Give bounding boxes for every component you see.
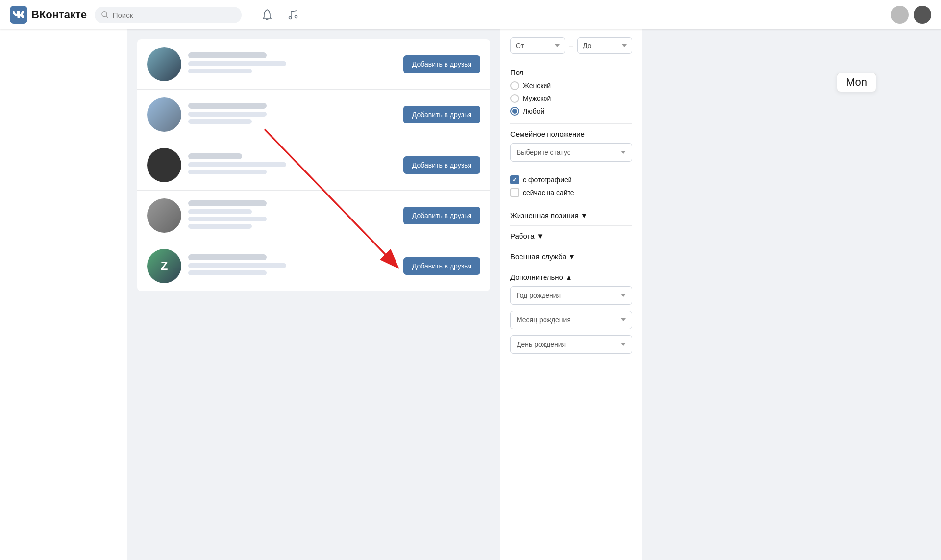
content-area: Добавить в друзья Добавить в друзья [127,29,500,560]
search-icon [101,11,109,19]
person-detail-blur [188,162,286,167]
additional-section[interactable]: Дополнительно ▲ [510,273,632,281]
app-header: ВКонтакте [0,0,941,29]
person-detail-blur-2 [188,270,267,275]
online-label: сейчас на сайте [523,189,574,196]
music-icon[interactable] [285,7,300,23]
with-photo-option[interactable]: с фотографией [510,175,632,184]
age-dash: – [569,41,573,50]
life-position-section[interactable]: Жизненная позиция ▼ [510,211,632,219]
header-right [891,6,931,24]
mon-badge: Mon [837,73,876,92]
user-avatar-main[interactable] [914,6,931,24]
gender-male-option[interactable]: Мужской [510,94,632,103]
family-status-title: Семейное положение [510,130,632,138]
gender-any-label: Любой [523,107,544,115]
separator [510,62,632,62]
person-detail-blur-2 [188,119,252,124]
person-info [188,200,396,231]
online-option[interactable]: сейчас на сайте [510,188,632,197]
family-status-section: Семейное положение Выберите статус [510,130,632,168]
additional-label: Дополнительно [510,273,563,281]
svg-line-1 [106,16,108,18]
search-input[interactable] [113,11,235,19]
add-friend-button[interactable]: Добавить в друзья [403,257,480,275]
person-avatar: Z [147,249,181,283]
separator [510,123,632,124]
chevron-down-icon: ▼ [581,211,588,219]
family-status-select[interactable]: Выберите статус [510,143,632,162]
gender-any-radio[interactable] [510,107,519,116]
vk-logo-icon [10,6,27,24]
person-item: Добавить в друзья [137,39,490,90]
header-icons [259,7,300,23]
person-avatar [147,97,181,132]
add-friend-button[interactable]: Добавить в друзья [403,156,480,174]
life-position-label: Жизненная позиция [510,211,579,219]
person-item: Z Добавить в друзья [137,241,490,291]
gender-filter-section: Пол Женский Мужской Любой [510,68,632,116]
photo-online-section: с фотографией сейчас на сайте [510,175,632,197]
person-info [188,103,396,126]
main-container: Добавить в друзья Добавить в друзья [0,0,941,560]
age-to-select[interactable]: До [577,37,632,54]
chevron-up-icon: ▲ [565,273,572,281]
add-friend-button[interactable]: Добавить в друзья [403,207,480,224]
people-list: Добавить в друзья Добавить в друзья [137,39,490,291]
logo-link[interactable]: ВКонтакте [10,6,87,24]
age-from-select[interactable]: От [510,37,565,54]
user-avatar-small[interactable] [891,6,909,24]
gender-male-radio[interactable] [510,94,519,103]
person-avatar [147,198,181,233]
svg-point-2 [289,17,292,19]
person-info [188,153,396,177]
birth-day-select[interactable]: День рождения [510,335,632,354]
search-bar[interactable] [95,7,242,23]
person-name-blur [188,103,267,109]
person-item: Добавить в друзья [137,191,490,241]
gender-title: Пол [510,68,632,76]
notifications-icon[interactable] [259,7,275,23]
add-friend-button[interactable]: Добавить в друзья [403,55,480,73]
person-detail-blur [188,263,286,268]
work-section[interactable]: Работа ▼ [510,232,632,240]
military-label: Военная служба [510,252,567,261]
online-checkbox[interactable] [510,188,519,197]
logo-text: ВКонтакте [31,8,87,21]
person-name-blur [188,52,267,58]
person-detail-blur-2 [188,170,267,174]
with-photo-checkbox[interactable] [510,175,519,184]
gender-female-label: Женский [523,82,551,90]
person-item: Добавить в друзья [137,140,490,191]
person-name-blur [188,200,267,206]
gender-any-option[interactable]: Любой [510,107,632,116]
birth-year-select[interactable]: Год рождения [510,286,632,305]
person-name-blur [188,153,242,159]
right-sidebar: От – До Пол Женский Мужской Любой [500,29,642,560]
gender-female-radio[interactable] [510,81,519,90]
person-detail-blur-2 [188,217,267,221]
person-detail-blur [188,209,252,214]
left-sidebar [0,29,127,560]
person-avatar [147,47,181,81]
person-info [188,254,396,278]
age-row: От – До [510,37,632,54]
separator [510,246,632,246]
person-item: Добавить в друзья [137,90,490,140]
person-avatar [147,148,181,182]
person-info [188,52,396,76]
person-detail-blur [188,61,286,66]
gender-female-option[interactable]: Женский [510,81,632,90]
gender-male-label: Мужской [523,95,551,102]
birth-month-select[interactable]: Месяц рождения [510,311,632,329]
military-section[interactable]: Военная служба ▼ [510,252,632,261]
add-friend-button[interactable]: Добавить в друзья [403,106,480,123]
chevron-down-icon: ▼ [537,232,544,240]
separator [510,225,632,226]
person-detail-blur-2 [188,69,252,73]
svg-point-3 [295,16,297,18]
with-photo-label: с фотографией [523,176,572,184]
separator [510,267,632,267]
work-label: Работа [510,232,535,240]
person-detail-blur-3 [188,224,252,229]
